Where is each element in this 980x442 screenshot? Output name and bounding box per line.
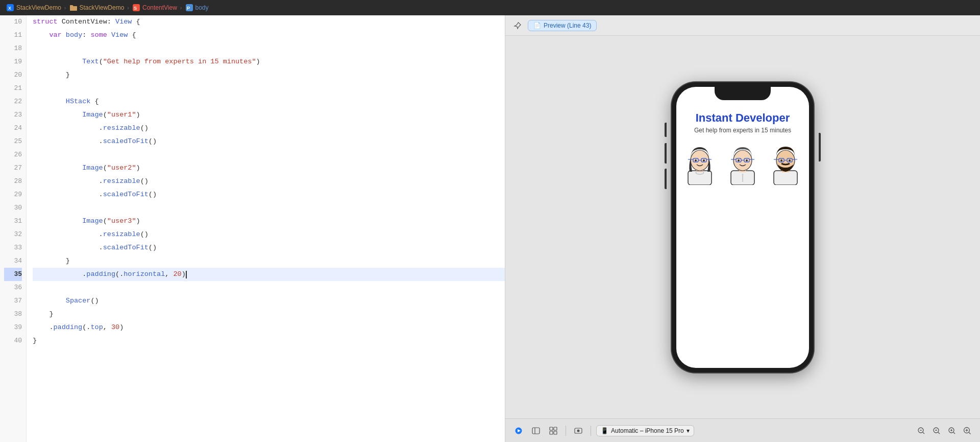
code-line-32: .resizable() xyxy=(33,228,505,241)
toolbar-separator-2 xyxy=(591,426,591,436)
breadcrumb-sep-2: › xyxy=(127,5,129,11)
code-line-26 xyxy=(33,148,505,161)
preview-doc-icon: 📄 xyxy=(533,22,541,29)
iphone-dynamic-island xyxy=(715,87,771,100)
app-title: Instant Developer xyxy=(696,111,790,125)
iphone-power-button xyxy=(819,133,821,161)
iphone-mockup: Instant Developer Get help from experts … xyxy=(671,82,814,373)
svg-rect-46 xyxy=(554,431,557,434)
code-line-34: } xyxy=(33,254,505,268)
preview-label-text: Preview (Line 43) xyxy=(544,22,591,29)
folder-icon xyxy=(69,4,78,12)
svg-line-51 xyxy=(923,432,924,434)
preview-header-left: 📄 Preview (Line 43) xyxy=(511,19,597,32)
code-line-40: } xyxy=(33,334,505,347)
device-label: Automatic – iPhone 15 Pro xyxy=(611,427,684,434)
svg-text:P: P xyxy=(187,6,190,11)
preview-panel: 📄 Preview (Line 43) Instant Developer xyxy=(505,15,980,442)
svg-rect-6 xyxy=(688,171,712,185)
svg-line-55 xyxy=(938,432,940,434)
code-content: 10 11 18 19 20 21 22 23 24 25 26 27 28 2… xyxy=(0,15,505,442)
svg-rect-29 xyxy=(774,171,797,185)
chevron-down-icon: ▾ xyxy=(687,427,690,434)
breadcrumb-project[interactable]: StackViewDemo xyxy=(16,4,61,11)
pin-icon[interactable] xyxy=(511,19,524,32)
svg-line-63 xyxy=(969,432,971,434)
line-numbers: 10 11 18 19 20 21 22 23 24 25 26 27 28 2… xyxy=(0,15,27,442)
breadcrumb-sep-3: › xyxy=(180,5,182,11)
iphone-volume-down-button xyxy=(665,169,667,189)
zoom-out-small-button[interactable] xyxy=(915,424,928,437)
code-line-35: .padding(.horizontal, 20) xyxy=(33,268,505,281)
main-area: 10 11 18 19 20 21 22 23 24 25 26 27 28 2… xyxy=(0,15,980,442)
code-line-22: HStack { xyxy=(33,95,505,108)
code-line-21 xyxy=(33,82,505,95)
svg-text:X: X xyxy=(8,6,11,11)
svg-text:S: S xyxy=(134,6,137,11)
code-line-33: .scaledToFit() xyxy=(33,241,505,254)
breadcrumb-folder[interactable]: StackViewDemo xyxy=(80,4,125,11)
code-line-25: .scaledToFit() xyxy=(33,135,505,148)
phone-icon: 📱 xyxy=(601,427,608,434)
code-line-23: Image("user1") xyxy=(33,108,505,122)
avatars-row xyxy=(681,142,804,185)
code-line-10: struct ContentView: View { xyxy=(33,15,505,29)
code-line-18 xyxy=(33,42,505,55)
record-button[interactable] xyxy=(571,424,585,438)
avatar-user2 xyxy=(724,142,761,185)
svg-point-14 xyxy=(695,159,697,161)
xcode-icon: X xyxy=(6,4,14,12)
breadcrumb-body[interactable]: body xyxy=(195,4,209,11)
code-line-30 xyxy=(33,201,505,215)
svg-line-59 xyxy=(953,432,955,434)
code-line-24: .resizable() xyxy=(33,122,505,135)
svg-rect-45 xyxy=(550,431,553,434)
preview-toolbar: 📱 Automatic – iPhone 15 Pro ▾ xyxy=(505,418,980,442)
code-lines: struct ContentView: View { var body: som… xyxy=(27,15,505,442)
svg-point-25 xyxy=(738,159,740,161)
svg-rect-44 xyxy=(554,427,557,430)
svg-point-26 xyxy=(746,159,748,161)
svg-point-15 xyxy=(703,159,705,161)
iphone-screen: Instant Developer Get help from experts … xyxy=(676,87,809,368)
svg-point-38 xyxy=(789,159,791,161)
breadcrumb-bar: X StackViewDemo › StackViewDemo › S Cont… xyxy=(0,0,980,15)
zoom-in-small-button[interactable] xyxy=(945,424,959,437)
svg-point-28 xyxy=(742,174,744,175)
inspector-button[interactable] xyxy=(529,424,543,438)
preview-header: 📄 Preview (Line 43) xyxy=(505,15,980,36)
toolbar-left: 📱 Automatic – iPhone 15 Pro ▾ xyxy=(511,424,694,438)
swift-icon: S xyxy=(132,4,140,12)
symbol-icon: P xyxy=(185,4,193,12)
code-line-39: .padding(.top, 30) xyxy=(33,321,505,334)
svg-rect-41 xyxy=(532,428,540,434)
code-panel[interactable]: 10 11 18 19 20 21 22 23 24 25 26 27 28 2… xyxy=(0,15,505,442)
preview-device-area: Instant Developer Get help from experts … xyxy=(505,36,980,418)
iphone-mute-button xyxy=(665,123,667,137)
app-subtitle: Get help from experts in 15 minutes xyxy=(694,127,791,134)
code-line-19: Text("Get help from experts in 15 minute… xyxy=(33,55,505,68)
breadcrumb-sep-1: › xyxy=(64,5,66,11)
breadcrumb-contentview[interactable]: ContentView xyxy=(142,4,177,11)
device-selector[interactable]: 📱 Automatic – iPhone 15 Pro ▾ xyxy=(596,425,694,436)
code-line-11: var body: some View { xyxy=(33,29,505,42)
code-line-28: .resizable() xyxy=(33,175,505,188)
code-line-37: Spacer() xyxy=(33,294,505,308)
avatar-user3 xyxy=(767,142,804,185)
zoom-fit-button[interactable] xyxy=(930,424,943,437)
code-line-20: } xyxy=(33,68,505,82)
grid-button[interactable] xyxy=(546,424,560,438)
svg-point-48 xyxy=(577,429,580,432)
code-line-31: Image("user3") xyxy=(33,215,505,228)
play-button[interactable] xyxy=(511,424,526,438)
svg-point-37 xyxy=(780,159,782,161)
iphone-volume-up-button xyxy=(665,143,667,164)
svg-rect-43 xyxy=(550,427,553,430)
avatar-user1 xyxy=(681,142,718,185)
code-line-27: Image("user2") xyxy=(33,161,505,175)
zoom-in-large-button[interactable] xyxy=(961,424,974,437)
code-line-36 xyxy=(33,281,505,294)
toolbar-separator xyxy=(566,426,566,436)
preview-label-button[interactable]: 📄 Preview (Line 43) xyxy=(528,20,597,31)
code-line-29: .scaledToFit() xyxy=(33,188,505,201)
